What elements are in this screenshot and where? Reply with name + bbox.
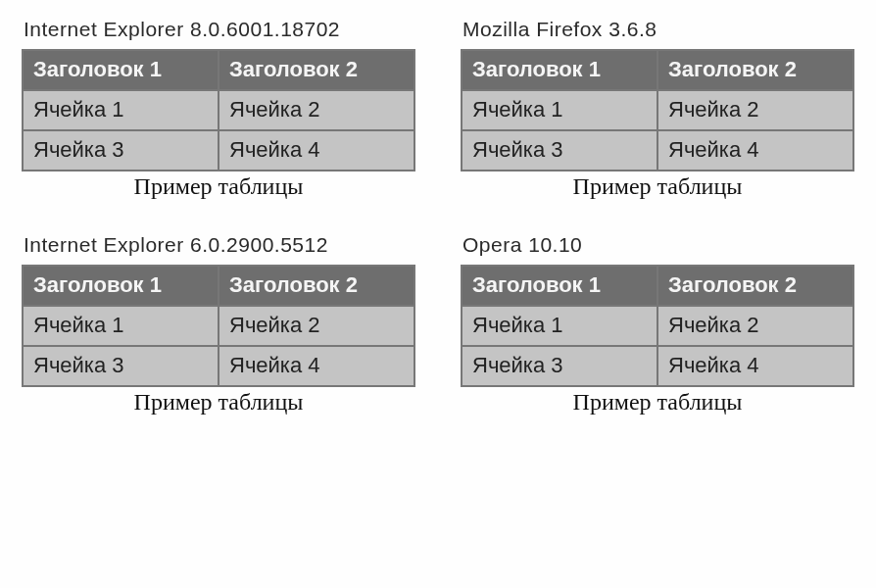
column-header: Заголовок 2 xyxy=(657,50,853,90)
table-cell: Ячейка 4 xyxy=(657,346,853,386)
panel-ie6: Internet Explorer 6.0.2900.5512 Заголово… xyxy=(22,233,415,416)
table-cell: Ячейка 1 xyxy=(462,90,657,130)
table-row: Ячейка 1 Ячейка 2 xyxy=(462,90,853,130)
table-cell: Ячейка 1 xyxy=(23,306,219,346)
table-cell: Ячейка 3 xyxy=(462,130,657,171)
table-caption: Пример таблицы xyxy=(461,389,854,416)
table-row: Ячейка 1 Ячейка 2 xyxy=(23,306,414,346)
comparison-grid: Internet Explorer 8.0.6001.18702 Заголов… xyxy=(22,18,854,416)
table-row: Ячейка 3 Ячейка 4 xyxy=(462,130,853,171)
table-cell: Ячейка 1 xyxy=(462,306,657,346)
column-header: Заголовок 2 xyxy=(219,266,414,306)
panel-opera: Opera 10.10 Заголовок 1 Заголовок 2 Ячей… xyxy=(461,233,854,416)
table-cell: Ячейка 2 xyxy=(219,306,414,346)
table-cell: Ячейка 4 xyxy=(219,130,414,171)
table-caption: Пример таблицы xyxy=(22,173,415,200)
column-header: Заголовок 1 xyxy=(462,50,657,90)
table-header-row: Заголовок 1 Заголовок 2 xyxy=(23,50,414,90)
panel-ie8: Internet Explorer 8.0.6001.18702 Заголов… xyxy=(22,18,415,200)
browser-label: Internet Explorer 6.0.2900.5512 xyxy=(24,233,415,257)
table-header-row: Заголовок 1 Заголовок 2 xyxy=(23,266,414,306)
browser-label: Opera 10.10 xyxy=(462,233,854,257)
browser-label: Mozilla Firefox 3.6.8 xyxy=(462,18,854,41)
sample-table: Заголовок 1 Заголовок 2 Ячейка 1 Ячейка … xyxy=(22,265,415,387)
panel-firefox: Mozilla Firefox 3.6.8 Заголовок 1 Заголо… xyxy=(461,18,854,200)
column-header: Заголовок 1 xyxy=(23,50,219,90)
table-cell: Ячейка 3 xyxy=(23,130,219,171)
table-caption: Пример таблицы xyxy=(461,173,854,200)
column-header: Заголовок 2 xyxy=(657,266,853,306)
table-cell: Ячейка 4 xyxy=(219,346,414,386)
table-row: Ячейка 3 Ячейка 4 xyxy=(23,130,414,171)
table-row: Ячейка 1 Ячейка 2 xyxy=(462,306,853,346)
browser-label: Internet Explorer 8.0.6001.18702 xyxy=(24,18,415,41)
table-header-row: Заголовок 1 Заголовок 2 xyxy=(462,50,853,90)
table-cell: Ячейка 2 xyxy=(657,90,853,130)
table-cell: Ячейка 3 xyxy=(23,346,219,386)
table-row: Ячейка 3 Ячейка 4 xyxy=(462,346,853,386)
table-cell: Ячейка 1 xyxy=(23,90,219,130)
table-cell: Ячейка 2 xyxy=(657,306,853,346)
column-header: Заголовок 2 xyxy=(219,50,414,90)
column-header: Заголовок 1 xyxy=(462,266,657,306)
sample-table: Заголовок 1 Заголовок 2 Ячейка 1 Ячейка … xyxy=(22,49,415,172)
table-cell: Ячейка 4 xyxy=(657,130,853,171)
sample-table: Заголовок 1 Заголовок 2 Ячейка 1 Ячейка … xyxy=(461,49,854,172)
table-cell: Ячейка 3 xyxy=(462,346,657,386)
table-header-row: Заголовок 1 Заголовок 2 xyxy=(462,266,853,306)
table-row: Ячейка 1 Ячейка 2 xyxy=(23,90,414,130)
sample-table: Заголовок 1 Заголовок 2 Ячейка 1 Ячейка … xyxy=(461,265,854,387)
table-caption: Пример таблицы xyxy=(22,389,415,416)
table-cell: Ячейка 2 xyxy=(219,90,414,130)
table-row: Ячейка 3 Ячейка 4 xyxy=(23,346,414,386)
column-header: Заголовок 1 xyxy=(23,266,219,306)
